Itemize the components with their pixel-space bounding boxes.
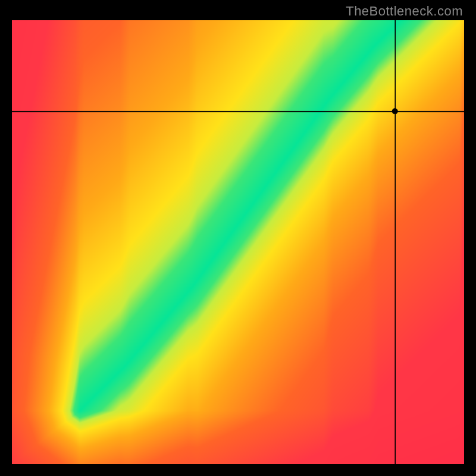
watermark-text: TheBottleneck.com	[346, 4, 463, 19]
heatmap-canvas	[12, 20, 464, 464]
heatmap-plot	[12, 20, 464, 464]
